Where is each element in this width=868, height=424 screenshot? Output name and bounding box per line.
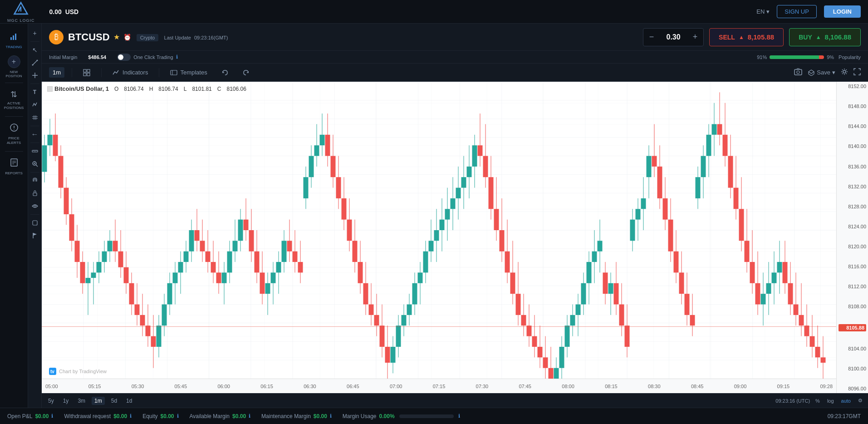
fullscreen-button[interactable]: [853, 68, 861, 77]
margin-row: Initial Margin $486.54 One Click Trading…: [42, 51, 868, 64]
cursor-tool[interactable]: ↖: [29, 44, 41, 56]
templates-button[interactable]: Templates: [167, 67, 211, 78]
sidebar-item-reports[interactable]: REPORTS: [0, 153, 28, 180]
qty-decrease-button[interactable]: −: [643, 29, 660, 46]
time-0545: 05:45: [175, 384, 187, 389]
equity-info-icon[interactable]: ℹ: [177, 413, 179, 419]
buy-button[interactable]: BUY ▲ 8,106.88: [789, 28, 861, 46]
new-position-button[interactable]: +: [8, 55, 20, 68]
open-pnl-value: $0.00: [35, 413, 49, 419]
login-button[interactable]: LOGIN: [824, 5, 861, 18]
timeframe-1m-button[interactable]: 1m: [49, 67, 64, 78]
save-template-button[interactable]: Save ▾: [808, 69, 835, 76]
divider-1: [5, 83, 23, 83]
initial-margin-value: $486.54: [88, 54, 106, 60]
back-arrow-tool[interactable]: ←: [29, 128, 41, 140]
cross-draw-tool[interactable]: [29, 69, 41, 81]
shapes-tool[interactable]: [29, 112, 41, 123]
symbol-name: BTCUSD: [68, 31, 110, 43]
percentage-toggle[interactable]: %: [814, 397, 822, 404]
timeframe-1m-button-bottom[interactable]: 1m: [92, 397, 105, 405]
ohlc-info: Bitcoin/US Dollar, 1 O 8106.74 H 8106.74…: [47, 85, 246, 92]
auto-toggle[interactable]: auto: [839, 397, 853, 404]
svg-point-41: [797, 71, 799, 74]
flag-tool[interactable]: [29, 230, 41, 242]
quantity-input[interactable]: [660, 33, 687, 41]
time-scale: 05:00 05:15 05:30 05:45 06:00 06:15 06:3…: [42, 379, 836, 393]
language-selector[interactable]: EN ▾: [756, 8, 770, 15]
toolbar-sep-1: [72, 68, 72, 77]
zoom-tool[interactable]: [29, 158, 41, 170]
time-0700: 07:00: [390, 384, 402, 389]
sidebar-item-alerts[interactable]: PRICE ALERTS: [0, 118, 28, 149]
chart-settings-button[interactable]: [841, 68, 848, 77]
status-time: 09:23:17GMT: [828, 413, 861, 419]
svg-rect-5: [15, 34, 16, 40]
ohlc-collapse-icon[interactable]: [47, 86, 53, 92]
price-8104: 8104.00: [839, 346, 866, 351]
qty-increase-button[interactable]: +: [687, 29, 703, 46]
positions-label: ACTIVE POSITIONS: [4, 101, 24, 110]
open-pnl-info-icon[interactable]: ℹ: [51, 413, 53, 419]
ohlc-high-label: H: [149, 86, 153, 92]
positions-icon: ⇅: [10, 89, 17, 99]
chart-actions: Save ▾: [794, 68, 861, 77]
draw-line-tool[interactable]: [29, 57, 41, 69]
timeframe-5y-button[interactable]: 5y: [45, 397, 57, 405]
time-0900: 09:00: [734, 384, 747, 389]
chart-bottom-settings-icon[interactable]: ⚙: [856, 397, 864, 404]
alert-clock[interactable]: ⏰: [123, 34, 131, 41]
favorite-star[interactable]: ★: [113, 33, 120, 41]
withdrawal-info-icon[interactable]: ℹ: [130, 413, 132, 419]
time-0715: 07:15: [433, 384, 446, 389]
pattern-tool[interactable]: [29, 99, 41, 111]
log-toggle[interactable]: log: [825, 397, 836, 404]
withdrawal-label: Withdrawal request: [64, 413, 111, 419]
magnet-tool[interactable]: [29, 175, 41, 187]
sidebar-item-positions[interactable]: ⇅ ACTIVE POSITIONS: [0, 85, 28, 114]
withdrawal-item: Withdrawal request $0.00 ℹ: [64, 413, 132, 419]
lock-tool[interactable]: [29, 187, 41, 199]
price-scale: 8152.00 8148.00 8144.00 8140.00 8136.00 …: [836, 82, 868, 393]
balance-display: 0.00 USD: [49, 8, 79, 15]
price-8128: 8128.00: [839, 204, 866, 209]
reports-label: REPORTS: [5, 171, 23, 176]
available-margin-info-icon[interactable]: ℹ: [249, 413, 250, 419]
sell-button[interactable]: SELL ▲ 8,105.88: [709, 28, 784, 46]
one-click-info-icon[interactable]: ℹ: [176, 54, 178, 60]
signup-button[interactable]: SIGN UP: [777, 5, 816, 18]
time-0600: 06:00: [217, 384, 230, 389]
logo: MGC LOGIC: [7, 1, 35, 23]
timeframe-1y-button[interactable]: 1y: [60, 397, 72, 405]
time-0745: 07:45: [519, 384, 531, 389]
svg-rect-32: [33, 221, 37, 225]
margin-usage-bar: [399, 414, 454, 418]
left-sidebar: TRADING + NEW POSITION ⇅ ACTIVE POSITION…: [0, 24, 28, 408]
timeframe-1d-button[interactable]: 1d: [123, 397, 135, 405]
margin-usage-info-icon[interactable]: ℹ: [458, 413, 460, 419]
maintenance-margin-info-icon[interactable]: ℹ: [330, 413, 332, 419]
text-tool[interactable]: T: [29, 86, 41, 98]
timeframe-5d-button[interactable]: 5d: [108, 397, 120, 405]
toggle-switch[interactable]: [117, 54, 131, 61]
equity-item: Equity $0.00 ℹ: [142, 413, 178, 419]
redo-button[interactable]: [239, 68, 253, 78]
crosshair-tool[interactable]: +: [29, 27, 41, 39]
screenshot-button[interactable]: [794, 68, 802, 77]
undo-button[interactable]: [218, 68, 232, 78]
equity-label: Equity: [142, 413, 157, 419]
time-0500: 05:00: [45, 384, 58, 389]
shapes2-tool[interactable]: [29, 217, 41, 229]
eye-tool[interactable]: [29, 200, 41, 212]
equity-value: $0.00: [161, 413, 174, 419]
lang-text: EN: [756, 8, 765, 15]
balance-amount: 0.00: [49, 8, 62, 15]
sidebar-item-trading[interactable]: TRADING: [0, 27, 28, 54]
chart-canvas[interactable]: [42, 82, 836, 379]
ruler-tool[interactable]: [29, 145, 41, 157]
indicators-button[interactable]: Indicators: [109, 67, 152, 78]
chart-layout-button[interactable]: [79, 67, 94, 78]
time-0815: 08:15: [605, 384, 618, 389]
one-click-trading-toggle[interactable]: One Click Trading ℹ: [117, 54, 177, 61]
timeframe-3m-button[interactable]: 3m: [75, 397, 88, 405]
